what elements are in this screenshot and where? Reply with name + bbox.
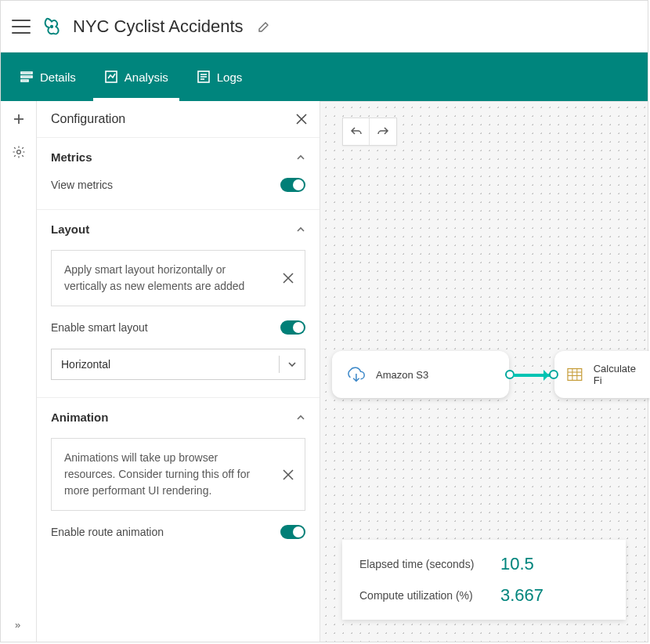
close-icon xyxy=(283,469,294,480)
animation-info-card: Animations will take up browser resource… xyxy=(51,438,305,511)
tab-details-label: Details xyxy=(40,71,76,84)
animation-section-header[interactable]: Animation xyxy=(37,398,320,435)
node-amazon-s3-label: Amazon S3 xyxy=(376,369,428,381)
collapse-rail-button[interactable]: » xyxy=(15,619,22,631)
menu-icon[interactable] xyxy=(12,17,31,36)
elapsed-time-label: Elapsed time (seconds) xyxy=(359,558,486,570)
workflow-canvas[interactable]: Amazon S3 Calculate Fi Elapsed time (sec… xyxy=(320,101,648,642)
panel-title: Configuration xyxy=(51,112,125,126)
undo-icon xyxy=(350,125,363,138)
svg-rect-2 xyxy=(21,76,32,78)
enable-route-animation-label: Enable route animation xyxy=(51,526,164,538)
layout-section-title: Layout xyxy=(51,223,89,236)
compute-utilization-value: 3.667 xyxy=(500,585,543,606)
tab-analysis-label: Analysis xyxy=(125,71,168,84)
close-panel-button[interactable] xyxy=(296,114,307,125)
layout-info-card: Apply smart layout horizontally or verti… xyxy=(51,250,305,306)
chevron-up-icon xyxy=(296,153,305,162)
enable-smart-layout-label: Enable smart layout xyxy=(51,321,148,334)
svg-rect-3 xyxy=(21,80,28,81)
svg-point-11 xyxy=(16,150,20,154)
layout-direction-select[interactable]: Horizontal xyxy=(51,349,305,380)
layout-direction-value: Horizontal xyxy=(61,358,110,371)
tab-details[interactable]: Details xyxy=(9,52,87,101)
enable-smart-layout-toggle[interactable] xyxy=(280,320,305,335)
elapsed-time-value: 10.5 xyxy=(500,554,534,574)
animation-info-dismiss[interactable] xyxy=(283,469,294,480)
close-icon xyxy=(296,114,307,125)
close-icon xyxy=(283,273,294,284)
layout-section-header[interactable]: Layout xyxy=(37,210,320,247)
connection-edge[interactable] xyxy=(513,374,554,377)
metrics-section: Metrics View metrics xyxy=(37,137,320,209)
table-icon xyxy=(565,363,584,386)
add-button[interactable] xyxy=(10,110,27,128)
page-title: NYC Cyclist Accidents xyxy=(73,16,244,37)
view-metrics-toggle[interactable] xyxy=(280,178,305,192)
enable-route-animation-toggle[interactable] xyxy=(280,525,305,539)
app-logo-icon xyxy=(42,16,62,37)
animation-section-title: Animation xyxy=(51,411,108,424)
compute-utilization-label: Compute utilization (%) xyxy=(359,589,486,602)
redo-button[interactable] xyxy=(370,118,396,145)
node-amazon-s3[interactable]: Amazon S3 xyxy=(332,351,509,398)
animation-info-text: Animations will take up browser resource… xyxy=(64,451,250,497)
configuration-button[interactable] xyxy=(10,143,27,161)
svg-point-0 xyxy=(50,24,53,27)
history-controls xyxy=(342,118,397,146)
layout-info-dismiss[interactable] xyxy=(283,273,294,284)
tab-analysis[interactable]: Analysis xyxy=(93,52,179,101)
layout-info-text: Apply smart layout horizontally or verti… xyxy=(64,263,244,292)
analysis-icon xyxy=(104,70,118,84)
tab-bar: Details Analysis Logs xyxy=(1,52,648,101)
configuration-panel: Configuration Metrics View metrics xyxy=(37,101,320,642)
metrics-section-header[interactable]: Metrics xyxy=(37,138,320,175)
logs-icon xyxy=(197,70,211,84)
redo-icon xyxy=(377,125,389,138)
cloud-download-icon xyxy=(343,363,367,386)
chevron-up-icon xyxy=(296,225,305,234)
rename-icon[interactable] xyxy=(258,20,270,33)
metrics-section-title: Metrics xyxy=(51,150,92,164)
view-metrics-label: View metrics xyxy=(51,179,113,191)
undo-button[interactable] xyxy=(343,118,370,145)
gear-icon xyxy=(12,145,26,159)
chevron-down-icon xyxy=(287,360,297,369)
metrics-overlay: Elapsed time (seconds) 10.5 Compute util… xyxy=(342,540,626,620)
svg-rect-1 xyxy=(21,72,32,74)
side-rail: » xyxy=(1,101,37,642)
node-calculate[interactable]: Calculate Fi xyxy=(554,351,650,398)
node-calculate-label: Calculate Fi xyxy=(594,363,636,386)
svg-rect-18 xyxy=(568,369,582,381)
app-header: NYC Cyclist Accidents xyxy=(1,1,648,52)
tab-logs[interactable]: Logs xyxy=(186,52,254,101)
plus-icon xyxy=(13,113,25,125)
layout-section: Layout Apply smart layout horizontally o… xyxy=(37,209,320,397)
details-icon xyxy=(20,70,34,84)
node-input-port[interactable] xyxy=(549,370,558,379)
tab-logs-label: Logs xyxy=(217,71,243,84)
chevron-up-icon xyxy=(296,413,305,422)
animation-section: Animation Animations will take up browse… xyxy=(37,397,320,556)
